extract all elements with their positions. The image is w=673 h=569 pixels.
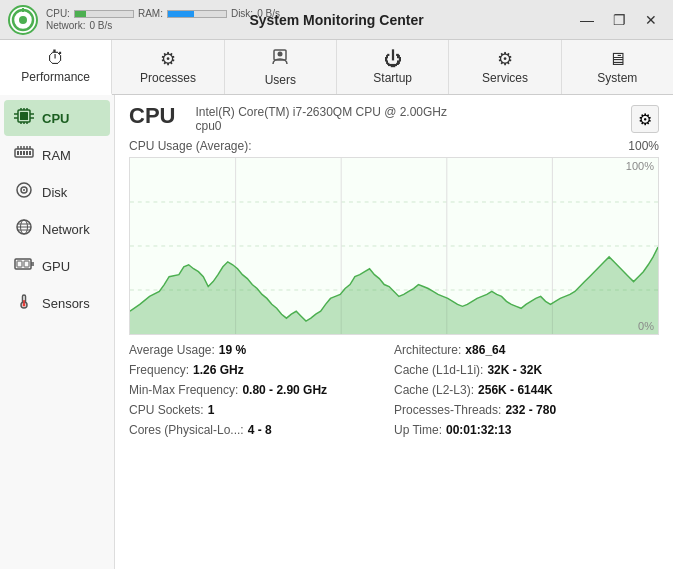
cpu-id: cpu0 bbox=[195, 119, 447, 133]
stat-processes-threads-value: 232 - 780 bbox=[505, 403, 556, 417]
main-content: CPU RAM bbox=[0, 95, 673, 569]
cpu-gear-container: ⚙ bbox=[631, 105, 659, 133]
cpu-sidebar-icon bbox=[14, 108, 34, 128]
stat-uptime-label: Up Time: bbox=[394, 423, 442, 437]
svg-rect-23 bbox=[29, 151, 31, 155]
minimize-button[interactable]: — bbox=[573, 9, 601, 31]
stat-cache-l1-label: Cache (L1d-L1i): bbox=[394, 363, 483, 377]
sidebar-item-network[interactable]: Network bbox=[4, 211, 110, 247]
sidebar-item-cpu-label: CPU bbox=[42, 111, 69, 126]
cpu-mini-bar bbox=[74, 10, 134, 18]
cpu-header: CPU Intel(R) Core(TM) i7-2630QM CPU @ 2.… bbox=[129, 105, 659, 133]
tab-performance[interactable]: ⏱ Performance bbox=[0, 40, 112, 95]
stat-cache-l2l3-label: Cache (L2-L3): bbox=[394, 383, 474, 397]
svg-rect-21 bbox=[23, 151, 25, 155]
svg-point-5 bbox=[278, 52, 283, 57]
cpu-chart: 100% 0% bbox=[129, 157, 659, 335]
sidebar-item-ram[interactable]: RAM bbox=[4, 137, 110, 173]
close-button[interactable]: ✕ bbox=[637, 9, 665, 31]
processes-icon: ⚙ bbox=[160, 50, 176, 68]
sidebar-item-network-label: Network bbox=[42, 222, 90, 237]
tab-startup-label: Startup bbox=[373, 71, 412, 85]
gear-button[interactable]: ⚙ bbox=[631, 105, 659, 133]
stat-cpu-sockets-label: CPU Sockets: bbox=[129, 403, 204, 417]
sidebar-item-disk[interactable]: Disk bbox=[4, 174, 110, 210]
stat-architecture: Architecture: x86_64 bbox=[394, 343, 659, 357]
performance-icon: ⏱ bbox=[47, 49, 65, 67]
sidebar-item-sensors-label: Sensors bbox=[42, 296, 90, 311]
usage-percent: 100% bbox=[628, 139, 659, 153]
sensors-sidebar-icon bbox=[14, 293, 34, 313]
cpu-chart-svg bbox=[130, 158, 658, 334]
sidebar-item-sensors[interactable]: Sensors bbox=[4, 285, 110, 321]
tab-processes[interactable]: ⚙ Processes bbox=[112, 40, 224, 94]
ram-sidebar-icon bbox=[14, 145, 34, 165]
tab-users[interactable]: Users bbox=[225, 40, 337, 94]
stat-cores-value: 4 - 8 bbox=[248, 423, 272, 437]
stat-processes-threads-label: Processes-Threads: bbox=[394, 403, 501, 417]
cpu-model-name: Intel(R) Core(TM) i7-2630QM CPU @ 2.00GH… bbox=[195, 105, 447, 119]
tab-system-label: System bbox=[597, 71, 637, 85]
stat-min-max-freq: Min-Max Frequency: 0.80 - 2.90 GHz bbox=[129, 383, 394, 397]
cpu-model-info: Intel(R) Core(TM) i7-2630QM CPU @ 2.00GH… bbox=[195, 105, 447, 133]
sidebar-item-gpu[interactable]: GPU bbox=[4, 248, 110, 284]
stat-cpu-sockets-value: 1 bbox=[208, 403, 215, 417]
stat-average-usage-label: Average Usage: bbox=[129, 343, 215, 357]
stat-cache-l1-value: 32K - 32K bbox=[487, 363, 542, 377]
chart-min-label: 0% bbox=[638, 320, 654, 332]
usage-line: CPU Usage (Average): 100% bbox=[129, 139, 659, 153]
stat-architecture-value: x86_64 bbox=[465, 343, 505, 357]
stat-cores: Cores (Physical-Lo...: 4 - 8 bbox=[129, 423, 394, 437]
content-area: CPU Intel(R) Core(TM) i7-2630QM CPU @ 2.… bbox=[115, 95, 673, 569]
svg-rect-19 bbox=[17, 151, 19, 155]
network-mini-label: Network: bbox=[46, 20, 85, 31]
svg-point-2 bbox=[19, 16, 27, 24]
ram-mini-label: RAM: bbox=[138, 8, 163, 19]
usage-label: CPU Usage (Average): bbox=[129, 139, 252, 153]
tab-performance-label: Performance bbox=[21, 70, 90, 84]
stat-cache-l2l3-value: 256K - 6144K bbox=[478, 383, 553, 397]
sidebar-item-gpu-label: GPU bbox=[42, 259, 70, 274]
disk-sidebar-icon bbox=[14, 182, 34, 202]
stat-cores-label: Cores (Physical-Lo...: bbox=[129, 423, 244, 437]
ram-mini-bar bbox=[167, 10, 227, 18]
tab-startup[interactable]: ⏻ Startup bbox=[337, 40, 449, 94]
services-icon: ⚙ bbox=[497, 50, 513, 68]
stat-min-max-freq-value: 0.80 - 2.90 GHz bbox=[242, 383, 327, 397]
stat-frequency-label: Frequency: bbox=[129, 363, 189, 377]
system-stats-mini: CPU: RAM: Disk: 0 B/s Network: 0 B/s bbox=[46, 8, 280, 31]
sidebar-item-cpu[interactable]: CPU bbox=[4, 100, 110, 136]
stats-right-col: Architecture: x86_64 Cache (L1d-L1i): 32… bbox=[394, 343, 659, 437]
stat-frequency-value: 1.26 GHz bbox=[193, 363, 244, 377]
titlebar-controls: — ❐ ✕ bbox=[573, 9, 665, 31]
stat-cache-l1: Cache (L1d-L1i): 32K - 32K bbox=[394, 363, 659, 377]
titlebar-info: CPU: RAM: Disk: 0 B/s Network: 0 B/s bbox=[8, 5, 280, 35]
svg-rect-39 bbox=[24, 261, 29, 267]
stat-frequency: Frequency: 1.26 GHz bbox=[129, 363, 394, 377]
tabbar: ⏱ Performance ⚙ Processes Users ⏻ Startu… bbox=[0, 40, 673, 95]
tab-users-label: Users bbox=[265, 73, 296, 87]
stat-processes-threads: Processes-Threads: 232 - 780 bbox=[394, 403, 659, 417]
svg-point-31 bbox=[23, 189, 25, 191]
gpu-sidebar-icon bbox=[14, 256, 34, 276]
tab-processes-label: Processes bbox=[140, 71, 196, 85]
tab-system[interactable]: 🖥 System bbox=[562, 40, 673, 94]
sidebar-item-ram-label: RAM bbox=[42, 148, 71, 163]
startup-icon: ⏻ bbox=[384, 50, 402, 68]
stats-table: Average Usage: 19 % Frequency: 1.26 GHz … bbox=[129, 343, 659, 437]
svg-rect-38 bbox=[17, 261, 22, 267]
users-icon bbox=[270, 47, 290, 70]
maximize-button[interactable]: ❐ bbox=[605, 9, 633, 31]
stat-cache-l2l3: Cache (L2-L3): 256K - 6144K bbox=[394, 383, 659, 397]
titlebar-title: System Monitoring Center bbox=[249, 12, 423, 28]
tab-services[interactable]: ⚙ Services bbox=[449, 40, 561, 94]
tab-services-label: Services bbox=[482, 71, 528, 85]
network-mini-value: 0 B/s bbox=[89, 20, 112, 31]
sidebar: CPU RAM bbox=[0, 95, 115, 569]
stat-uptime: Up Time: 00:01:32:13 bbox=[394, 423, 659, 437]
stat-uptime-value: 00:01:32:13 bbox=[446, 423, 511, 437]
stat-cpu-sockets: CPU Sockets: 1 bbox=[129, 403, 394, 417]
sidebar-item-disk-label: Disk bbox=[42, 185, 67, 200]
network-sidebar-icon bbox=[14, 219, 34, 239]
titlebar: CPU: RAM: Disk: 0 B/s Network: 0 B/s Sys… bbox=[0, 0, 673, 40]
